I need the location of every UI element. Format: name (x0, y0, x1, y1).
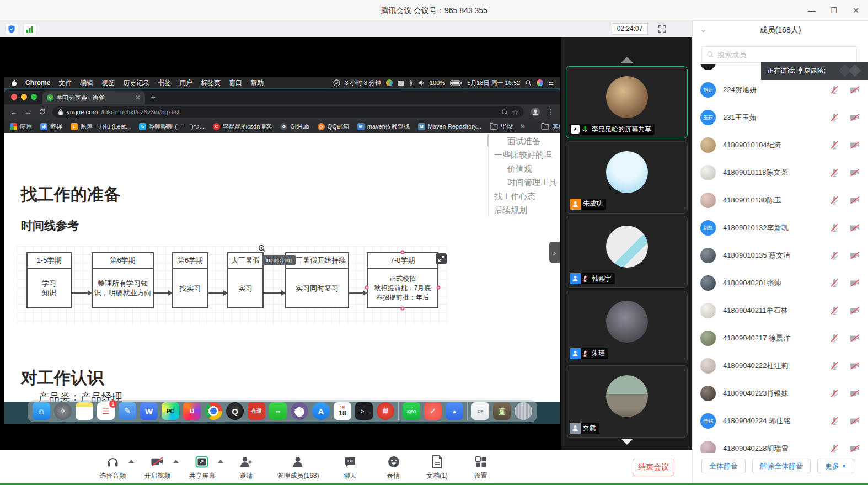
video-tile[interactable]: 韩熙宇 (566, 216, 688, 288)
mic-muted-icon[interactable] (829, 443, 840, 453)
outline-item[interactable]: 找工作心态 (489, 189, 560, 203)
flow-box[interactable]: 第6学期找实习 (172, 252, 208, 308)
image-file-icon[interactable]: ▣ (493, 402, 511, 420)
youdao-icon[interactable]: 有道 (248, 402, 265, 420)
camera-off-icon[interactable] (849, 444, 860, 453)
end-meeting-button[interactable]: 结束会议 (633, 459, 674, 476)
other-bookmarks[interactable]: 其他书签 (541, 122, 560, 131)
mic-muted-icon[interactable] (829, 167, 840, 178)
bookmark-item[interactable]: 应用 (10, 122, 32, 131)
reload-icon[interactable] (39, 108, 46, 116)
menubar-item[interactable]: 编辑 (80, 78, 93, 88)
menubar-item[interactable]: 历史记录 (123, 78, 149, 88)
calendar-icon[interactable]: 5月18 (334, 402, 351, 420)
camera-off-icon[interactable] (849, 195, 860, 205)
camera-off-icon[interactable] (849, 416, 860, 426)
mic-muted-icon[interactable] (829, 333, 840, 344)
menubar-item[interactable]: 视图 (101, 78, 115, 88)
mic-muted-icon[interactable] (829, 195, 840, 206)
toolbar-headset[interactable]: 选择音频 (99, 455, 126, 481)
expand-diagram-icon[interactable] (436, 253, 447, 264)
flow-box[interactable]: 第6学期整理所有学习知识，明确就业方向 (92, 252, 154, 308)
mic-muted-icon[interactable] (829, 222, 840, 233)
selection-handle[interactable] (365, 286, 369, 290)
timeline-flowchart[interactable]: image.png 1-5学期学习知识第6学期整理所有学习知识，明确就业方向第6… (17, 246, 448, 324)
member-row[interactable]: 41809010135 蔡文洁 (693, 242, 868, 269)
terminal-icon[interactable]: >_ (355, 402, 373, 420)
member-row[interactable]: 41809040228胡瑞雪 (693, 435, 868, 453)
toolbar-cam-off[interactable]: 开启视频 (144, 455, 170, 481)
outline-item[interactable]: 价值观 (489, 162, 560, 175)
bookmark-item[interactable]: 毕设 (490, 122, 513, 131)
scroll-up-icon[interactable] (621, 57, 633, 63)
outline-item[interactable]: 面试准备 (489, 134, 560, 148)
bookmark-item[interactable]: b哔哩哔哩 (゜-゜)つ... (139, 122, 205, 131)
toolbar-share-screen[interactable]: 共享屏幕 (189, 455, 215, 481)
member-row[interactable]: 41809010118陈文尧 (693, 159, 868, 186)
member-row[interactable]: 41809040201张帅 (693, 269, 868, 297)
video-tile[interactable]: 奔腾 (566, 365, 688, 438)
camera-off-icon[interactable] (849, 85, 860, 95)
toolbar-settings[interactable]: 设置 (468, 455, 494, 481)
outline-item[interactable]: 时间管理工具 (489, 175, 560, 189)
flow-box[interactable]: 7-8学期正式校招秋招提前批：7月底春招提前批：年后 (367, 252, 438, 308)
camera-off-icon[interactable] (849, 113, 860, 122)
menubar-item[interactable]: 帮助 (250, 78, 264, 88)
mic-muted-icon[interactable] (829, 112, 840, 123)
camera-off-icon[interactable] (849, 306, 860, 316)
fullscreen-icon[interactable] (656, 23, 668, 35)
trash-icon[interactable] (515, 402, 532, 420)
unmute-all-button[interactable]: 解除全体静音 (752, 459, 811, 473)
display-icon[interactable] (398, 81, 404, 86)
mail-icon[interactable]: 邮 (377, 402, 394, 420)
finder-icon[interactable]: ☺ (33, 402, 50, 420)
mic-muted-icon[interactable] (829, 250, 840, 261)
profile-avatar-icon[interactable] (531, 107, 540, 117)
member-row[interactable]: 41809040217 徐晨洋 (693, 324, 868, 352)
spotlight-icon[interactable] (525, 79, 532, 86)
member-row[interactable]: 佳铭41809040224 郭佳铭 (693, 407, 868, 435)
back-icon[interactable]: ← (10, 108, 18, 116)
mac-traffic-lights[interactable] (4, 94, 42, 104)
focus-status-icon[interactable] (333, 79, 340, 87)
mic-muted-icon[interactable] (829, 278, 840, 289)
selection-handle[interactable] (437, 286, 441, 290)
flow-box[interactable]: 大三暑假实习 (227, 252, 264, 308)
toolbar-doc[interactable]: 文档(1) (425, 455, 450, 481)
member-row[interactable]: 41809010130陈玉 (693, 186, 868, 214)
more-button[interactable]: 更多▼ (817, 459, 854, 473)
menubar-item[interactable]: 标签页 (201, 78, 221, 88)
volume-icon[interactable] (418, 79, 425, 86)
browser-tab[interactable]: y 学习分享会 · 语雀 ✕ (42, 91, 145, 104)
member-row[interactable]: 41809040223肖银妹 (693, 380, 868, 407)
caret-up-icon[interactable] (128, 460, 134, 463)
pycharm-icon[interactable]: PC (162, 402, 179, 420)
new-tab-button[interactable]: + (151, 92, 156, 102)
bookmark-item[interactable]: 译翻译 (40, 122, 62, 131)
tab-close-icon[interactable]: ✕ (135, 94, 141, 102)
mic-muted-icon[interactable] (829, 140, 840, 151)
camera-off-icon[interactable] (849, 140, 860, 150)
mic-muted-icon[interactable] (829, 360, 840, 371)
battery-icon[interactable] (450, 80, 462, 86)
video-tile[interactable]: 李昆昆哈的屏幕共享 (566, 66, 688, 138)
camera-off-icon[interactable] (849, 223, 860, 233)
launchpad-icon[interactable]: ✧ (54, 402, 72, 420)
address-bar[interactable]: yuque.com/lukun-m4ixt/uz6v3m/bgx9st ☆ (52, 106, 524, 118)
mute-all-button[interactable]: 全体静音 (701, 459, 746, 473)
bookmark-star-icon[interactable]: ☆ (512, 108, 518, 116)
menubar-item[interactable]: 文件 (58, 78, 72, 88)
menubar-app-name[interactable]: Chrome (25, 79, 50, 87)
video-tile[interactable]: 朱瑾 (566, 291, 688, 363)
member-search-box[interactable] (701, 46, 857, 63)
mic-muted-icon[interactable] (829, 84, 840, 95)
selection-handle[interactable] (401, 307, 405, 311)
bookmark-item[interactable]: GGitHub (280, 123, 309, 130)
selection-handle[interactable] (401, 251, 405, 254)
camera-off-icon[interactable] (849, 278, 860, 288)
outline-item[interactable]: 后续规划 (489, 203, 560, 217)
app-status-icon[interactable] (386, 79, 393, 86)
forward-icon[interactable]: → (24, 108, 32, 116)
zoom-page-icon[interactable] (501, 109, 508, 116)
toolbar-emoji[interactable]: 表情 (381, 455, 406, 481)
